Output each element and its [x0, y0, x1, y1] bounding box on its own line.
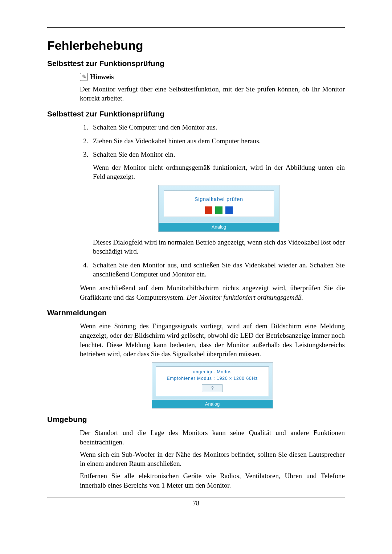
color-squares: [164, 206, 274, 214]
note-label: Hinweis: [90, 72, 114, 82]
env-p3: Entfernen Sie alle elektronischen Geräte…: [80, 471, 345, 490]
signal-cable-dialog: Signalkabel prüfen Analog: [158, 185, 279, 231]
step3-followup: Wenn der Monitor nicht ordnungsgemäß fun…: [93, 163, 345, 181]
note-text: Der Monitor verfügt über eine Selbsttest…: [80, 85, 345, 103]
dialog-message: Signalkabel prüfen: [164, 196, 274, 203]
page-title: Fehlerbehebung: [47, 38, 345, 53]
dialog-footer: Analog: [152, 400, 273, 409]
note-icon: ✎: [80, 73, 88, 81]
warnings-block: Wenn eine Störung des Eingangssignals vo…: [80, 321, 345, 409]
dialog-help-button: ?: [202, 384, 223, 392]
dialog-body: ungeeign. Modus Empfohlener Modus : 1920…: [156, 366, 269, 396]
step-text: Ziehen Sie das Videokabel hinten aus dem…: [93, 137, 261, 145]
step3-after-dialog: Dieses Dialogfeld wird im normalen Betri…: [93, 238, 345, 256]
green-square-icon: [215, 206, 222, 214]
note-block: ✎ Hinweis Der Monitor verfügt über eine …: [80, 72, 345, 103]
list-item: Schalten Sie den Monitor ein. Wenn der M…: [90, 150, 345, 256]
warnings-text: Wenn eine Störung des Eingangssignals vo…: [80, 321, 345, 359]
red-square-icon: [205, 206, 212, 214]
document-page: Fehlerbehebung Selbsttest zur Funktionsp…: [0, 0, 392, 554]
selftest-steps: Schalten Sie Computer und den Monitor au…: [47, 123, 345, 279]
step-text: Schalten Sie Computer und den Monitor au…: [93, 123, 217, 131]
dialog-line1: ungeeign. Modus: [156, 369, 269, 375]
bottom-rule: [47, 497, 345, 497]
step-text: Schalten Sie den Monitor aus, und schlie…: [93, 261, 345, 278]
page-number: 78: [47, 500, 345, 507]
list-item: Schalten Sie den Monitor aus, und schlie…: [90, 260, 345, 279]
env-p1: Der Standort und die Lage des Monitors k…: [80, 428, 345, 447]
mode-warning-dialog: ungeeign. Modus Empfohlener Modus : 1920…: [152, 362, 273, 409]
environment-block: Der Standort und die Lage des Monitors k…: [80, 428, 345, 490]
section-heading-selftest-1: Selbsttest zur Funktionsprüfung: [47, 59, 345, 68]
list-item: Schalten Sie Computer und den Monitor au…: [90, 123, 345, 132]
selftest-conclusion: Wenn anschließend auf dem Monitorbildsch…: [80, 283, 345, 302]
dialog-footer: Analog: [159, 223, 279, 231]
section-heading-warnings: Warnmeldungen: [47, 308, 345, 317]
list-item: Ziehen Sie das Videokabel hinten aus dem…: [90, 136, 345, 146]
step-text: Schalten Sie den Monitor ein.: [93, 151, 175, 158]
top-rule: [47, 27, 345, 28]
conclusion-italic: Der Monitor funktioniert ordnungsgemäß.: [187, 294, 303, 301]
blue-square-icon: [225, 206, 233, 214]
env-p2: Wenn sich ein Sub-Woofer in der Nähe des…: [80, 450, 345, 468]
section-heading-environment: Umgebung: [47, 415, 345, 424]
dialog-line2: Empfohlener Modus : 1920 x 1200 60Hz: [156, 376, 269, 381]
section-heading-selftest-2: Selbsttest zur Funktionsprüfung: [47, 110, 345, 118]
dialog-body: Signalkabel prüfen: [164, 190, 274, 217]
